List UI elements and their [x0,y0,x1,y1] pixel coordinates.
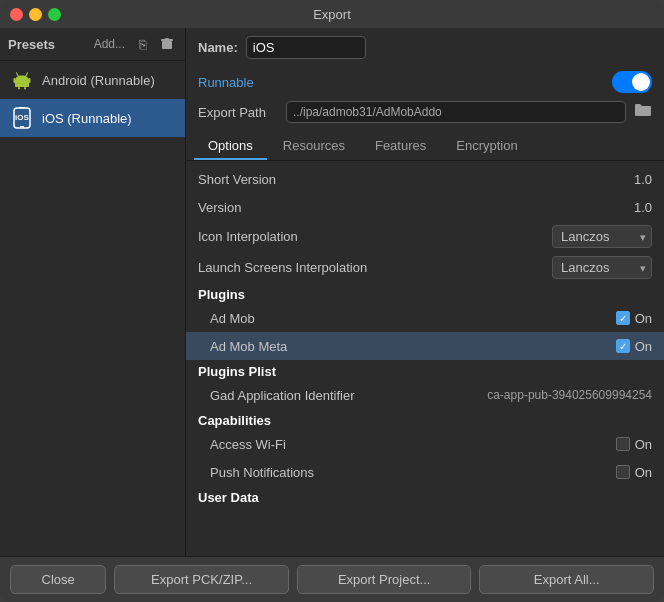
admob-on-label: On [635,311,652,326]
access-wifi-row: Access Wi-Fi On [186,430,664,458]
plugins-header: Plugins [186,283,664,304]
tab-features[interactable]: Features [361,133,440,160]
window-title: Export [313,7,351,22]
bottom-bar: Close Export PCK/ZIP... Export Project..… [0,556,664,602]
svg-rect-8 [29,78,31,83]
launch-screens-row: Launch Screens Interpolation Lanczos Nea… [186,252,664,283]
sidebar: Presets Add... ⎘ [0,28,186,556]
main-content: Presets Add... ⎘ [0,28,664,556]
delete-preset-icon[interactable] [157,34,177,54]
android-icon [10,68,34,92]
push-notifications-checkbox-off[interactable]: On [616,465,652,480]
tab-encryption[interactable]: Encryption [442,133,531,160]
admob-label: Ad Mob [210,311,616,326]
copy-preset-icon[interactable]: ⎘ [133,34,153,54]
name-input[interactable] [246,36,366,59]
admob-meta-on-label: On [635,339,652,354]
tab-content-options: Short Version 1.0 Version 1.0 Icon Inter… [186,161,664,556]
export-all-button[interactable]: Export All... [479,565,654,594]
icon-interpolation-dropdown-wrapper: Lanczos Nearest Bilinear [552,225,652,248]
export-path-row: Export Path [186,97,664,127]
tab-options[interactable]: Options [194,133,267,160]
short-version-value: 1.0 [634,172,652,187]
minimize-traffic-light[interactable] [29,8,42,21]
version-label: Version [198,200,634,215]
runnable-row: Runnable [186,67,664,97]
name-row: Name: [186,28,664,67]
access-wifi-label: Access Wi-Fi [210,437,616,452]
runnable-toggle[interactable] [612,71,652,93]
gad-identifier-label: Gad Application Identifier [210,388,487,403]
add-preset-button[interactable]: Add... [90,35,129,53]
export-path-input[interactable] [286,101,626,123]
access-wifi-checkbox-off[interactable]: On [616,437,652,452]
tab-resources[interactable]: Resources [269,133,359,160]
user-data-header: User Data [186,486,664,507]
push-notifications-checkbox[interactable] [616,465,630,479]
close-button[interactable]: Close [10,565,106,594]
close-traffic-light[interactable] [10,8,23,21]
admob-checkbox-on[interactable]: ✓ On [616,311,652,326]
admob-checkbox[interactable]: ✓ [616,311,630,325]
gad-identifier-value: ca-app-pub-394025609994254 [487,388,652,402]
svg-rect-10 [24,87,26,90]
svg-rect-2 [165,38,169,40]
admob-check-icon: ✓ [619,313,627,324]
plugins-plist-header: Plugins Plist [186,360,664,381]
svg-rect-7 [14,78,16,83]
svg-line-5 [17,73,19,76]
ios-icon: iOS [10,106,34,130]
presets-label: Presets [8,37,86,52]
launch-screens-label: Launch Screens Interpolation [198,260,552,275]
icon-interpolation-row: Icon Interpolation Lanczos Nearest Bilin… [186,221,664,252]
push-notifications-row: Push Notifications On [186,458,664,486]
browse-folder-button[interactable] [634,102,652,122]
plugin-admob-row: Ad Mob ✓ On [186,304,664,332]
traffic-lights [10,8,61,21]
icon-interpolation-label: Icon Interpolation [198,229,552,244]
tabs-row: Options Resources Features Encryption [186,127,664,161]
push-notifications-on-label: On [635,465,652,480]
gad-identifier-row: Gad Application Identifier ca-app-pub-39… [186,381,664,409]
capabilities-header: Capabilities [186,409,664,430]
preset-item-ios[interactable]: iOS iOS (Runnable) [0,99,185,137]
runnable-label: Runnable [198,75,604,90]
access-wifi-checkbox[interactable] [616,437,630,451]
access-wifi-on-label: On [635,437,652,452]
android-preset-label: Android (Runnable) [42,73,155,88]
svg-text:iOS: iOS [15,113,29,122]
icon-interpolation-select[interactable]: Lanczos Nearest Bilinear [552,225,652,248]
right-panel: Name: Runnable Export Path Options Resou… [186,28,664,556]
version-row: Version 1.0 [186,193,664,221]
presets-bar: Presets Add... ⎘ [0,28,185,61]
maximize-traffic-light[interactable] [48,8,61,21]
short-version-row: Short Version 1.0 [186,165,664,193]
export-project-button[interactable]: Export Project... [297,565,472,594]
short-version-label: Short Version [198,172,634,187]
svg-line-6 [26,73,28,76]
svg-rect-9 [18,87,20,90]
svg-rect-0 [162,41,172,49]
launch-screens-dropdown-wrapper: Lanczos Nearest Bilinear [552,256,652,279]
admob-meta-check-icon: ✓ [619,341,627,352]
push-notifications-label: Push Notifications [210,465,616,480]
admob-meta-checkbox[interactable]: ✓ [616,339,630,353]
export-pck-button[interactable]: Export PCK/ZIP... [114,565,289,594]
version-value: 1.0 [634,200,652,215]
ios-preset-label: iOS (Runnable) [42,111,132,126]
preset-item-android[interactable]: Android (Runnable) [0,61,185,99]
name-label: Name: [198,40,238,55]
titlebar: Export [0,0,664,28]
launch-screens-select[interactable]: Lanczos Nearest Bilinear [552,256,652,279]
admob-meta-label: Ad Mob Meta [210,339,616,354]
svg-rect-14 [19,107,25,109]
export-path-label: Export Path [198,105,278,120]
admob-meta-checkbox-on[interactable]: ✓ On [616,339,652,354]
plugin-admob-meta-row: Ad Mob Meta ✓ On [186,332,664,360]
svg-rect-13 [20,126,24,128]
